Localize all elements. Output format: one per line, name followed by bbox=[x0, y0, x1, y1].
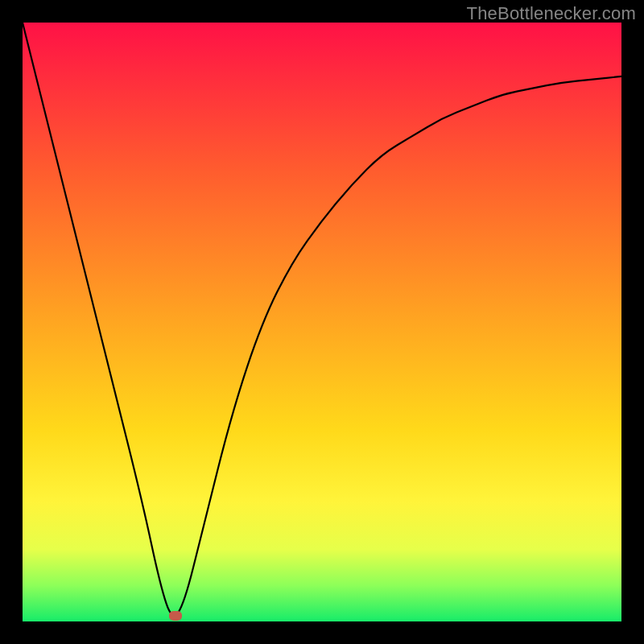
marker-dot bbox=[169, 611, 182, 621]
curve-layer bbox=[23, 23, 621, 621]
bottleneck-curve bbox=[23, 23, 621, 616]
plot-area bbox=[23, 23, 621, 621]
watermark-text: TheBottlenecker.com bbox=[467, 3, 636, 24]
chart-frame: TheBottlenecker.com bbox=[0, 0, 644, 644]
